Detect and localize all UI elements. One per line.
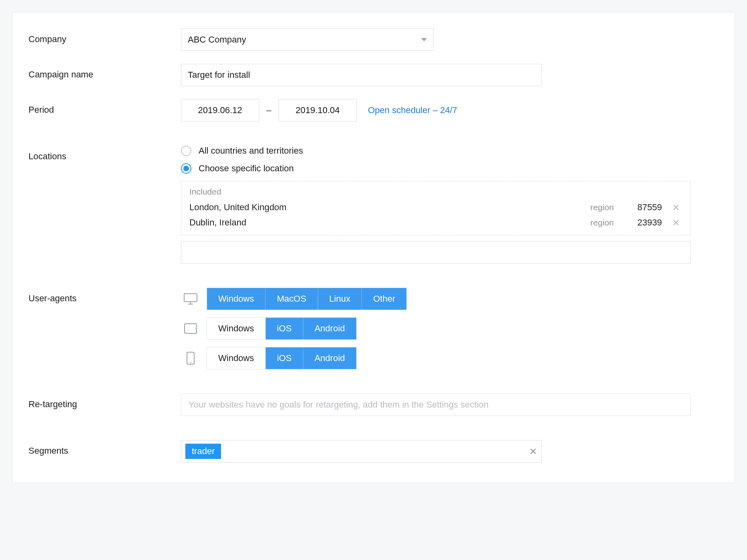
location-name: London, United Kingdom	[189, 202, 562, 213]
location-count: 87559	[622, 202, 662, 213]
period-label: Period	[28, 99, 181, 115]
location-remove-button[interactable]	[670, 204, 682, 211]
company-label: Company	[28, 28, 181, 45]
retargeting-input[interactable]: Your websites have no goals for retarget…	[181, 394, 690, 416]
ua-tablet-windows[interactable]: Windows	[207, 318, 266, 339]
ua-mobile-android[interactable]: Android	[303, 347, 356, 369]
close-icon	[530, 448, 537, 455]
period-end-input[interactable]: 2019.10.04	[278, 99, 357, 122]
included-title: Included	[189, 187, 682, 197]
user-agents-desktop-row: Windows MacOS Linux Other	[181, 288, 715, 310]
ua-tablet-ios[interactable]: iOS	[266, 318, 303, 339]
location-count: 23939	[622, 217, 662, 228]
location-name: Dublin, Ireland	[189, 217, 562, 228]
segments-label: Segments	[28, 440, 181, 456]
radio-selected-icon	[181, 163, 191, 174]
user-agents-tablet-row: Windows iOS Android	[181, 317, 715, 340]
ua-desktop-linux[interactable]: Linux	[318, 288, 362, 310]
segments-input[interactable]: trader	[181, 440, 542, 463]
user-agents-label: User-agents	[28, 288, 181, 304]
period-start-input[interactable]: 2019.06.12	[181, 99, 259, 122]
locations-radio-all[interactable]: All countries and territories	[181, 146, 715, 156]
location-remove-button[interactable]	[670, 219, 682, 226]
company-select[interactable]: ABC Company	[181, 28, 434, 51]
location-row: London, United Kingdom region 87559	[189, 200, 682, 215]
locations-radio-choose[interactable]: Choose specific location	[181, 163, 715, 174]
campaign-name-value: Target for install	[188, 70, 250, 80]
svg-point-2	[195, 328, 196, 329]
mobile-icon	[181, 347, 200, 369]
retargeting-label: Re-targeting	[28, 394, 181, 410]
ua-mobile-ios[interactable]: iOS	[266, 347, 303, 369]
segments-clear-button[interactable]	[530, 448, 537, 455]
locations-included-panel: Included London, United Kingdom region 8…	[181, 181, 690, 235]
period-dash: –	[266, 105, 271, 116]
chevron-down-icon	[421, 38, 427, 41]
desktop-icon	[181, 288, 200, 310]
location-type: region	[570, 203, 614, 212]
company-select-value: ABC Company	[188, 34, 246, 45]
ua-mobile-windows[interactable]: Windows	[207, 347, 266, 369]
close-icon	[673, 204, 679, 211]
campaign-name-input[interactable]: Target for install	[181, 64, 542, 86]
ua-desktop-windows[interactable]: Windows	[207, 288, 266, 310]
svg-rect-0	[184, 294, 197, 302]
retargeting-placeholder: Your websites have no goals for retarget…	[189, 400, 489, 410]
ua-tablet-android[interactable]: Android	[303, 318, 356, 339]
segment-tag[interactable]: trader	[185, 444, 221, 459]
campaign-name-label: Campaign name	[28, 64, 181, 80]
open-scheduler-link[interactable]: Open scheduler – 24/7	[368, 105, 457, 116]
user-agents-mobile-row: Windows iOS Android	[181, 347, 715, 369]
location-type: region	[570, 218, 614, 227]
ua-desktop-other[interactable]: Other	[362, 288, 406, 310]
ua-desktop-macos[interactable]: MacOS	[266, 288, 318, 310]
location-search-input[interactable]	[181, 241, 690, 264]
svg-rect-1	[185, 324, 197, 333]
svg-point-4	[190, 362, 191, 363]
radio-icon	[181, 146, 191, 156]
location-row: Dublin, Ireland region 23939	[189, 215, 682, 230]
tablet-icon	[181, 317, 200, 340]
campaign-form-card: Company ABC Company Campaign name Target…	[12, 12, 735, 483]
close-icon	[673, 219, 679, 226]
locations-label: Locations	[28, 146, 181, 162]
